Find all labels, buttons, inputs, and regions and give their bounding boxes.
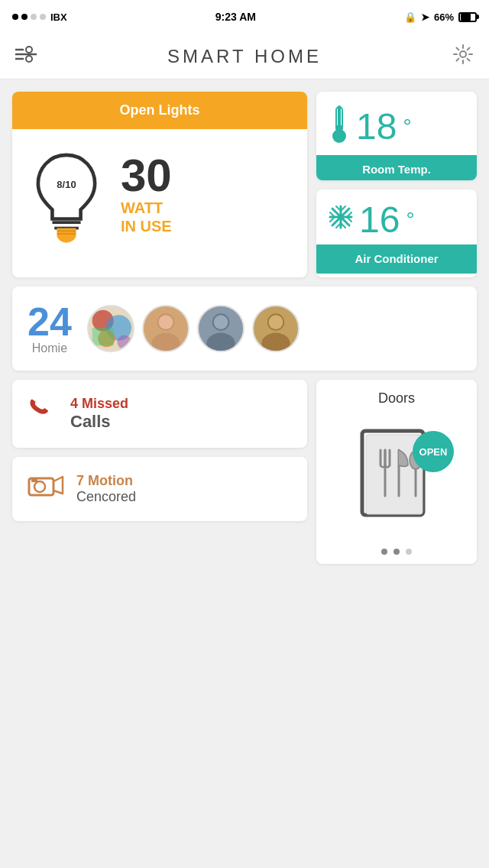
signal-dot-2 [21,14,28,20]
svg-point-44 [268,315,283,329]
signal-dots [12,14,46,20]
left-col: 4 Missed Calls [12,380,307,564]
carrier-label: IBX [50,11,67,23]
right-col: 18 ° Room Temp. [316,92,477,277]
svg-point-18 [338,214,344,220]
ac-footer: Air Conditioner [316,245,477,274]
battery-icon [458,12,477,22]
homie-avatars [87,305,300,352]
avatar-2 [142,305,189,352]
status-time: 9:23 AM [215,11,256,23]
snowflake-icon [329,205,353,235]
homie-count-block: 24 Homie [28,302,72,355]
watt-label: WATTIN USE [121,199,172,235]
status-bar: IBX 9:23 AM 🔒 ➤ 66% [0,0,489,34]
avatar-4 [252,305,300,352]
svg-point-3 [26,47,32,53]
doors-visual: OPEN [316,417,477,539]
menu-icon[interactable] [15,46,37,67]
status-left: IBX [12,11,67,23]
ac-value: 16 [359,202,400,238]
signal-dot-3 [31,14,37,20]
signal-dot-1 [12,14,18,20]
svg-rect-47 [31,478,37,482]
phone-icon [28,395,58,432]
motion-number: 7 Motion [76,473,136,489]
motion-label: Cencored [76,489,136,505]
lights-header: Open Lights [12,92,307,129]
door-svg-container: OPEN [347,423,446,533]
temp-card[interactable]: 18 ° Room Temp. [316,92,477,180]
status-right: 🔒 ➤ 66% [404,11,477,23]
temp-footer: Room Temp. [316,155,477,180]
temp-value: 18 [356,108,397,145]
camera-icon [28,472,64,506]
app-title: SMART HOME [167,46,322,67]
doors-card[interactable]: Doors [316,380,477,564]
svg-point-40 [213,315,228,329]
watt-info: 30 WATTIN USE [121,153,172,235]
temp-degree-symbol: ° [403,115,411,139]
lock-icon: 🔒 [404,11,416,23]
signal-dot-4 [40,14,46,20]
motion-text: 7 Motion Cencored [76,473,136,505]
svg-rect-13 [337,125,342,133]
ac-label: Air Conditioner [355,252,438,265]
dot-3 [406,549,412,555]
homie-label: Homie [28,342,72,355]
svg-rect-32 [92,328,114,345]
svg-point-31 [117,335,131,349]
dot-2 [393,549,400,555]
app-header: SMART HOME [0,34,489,79]
calls-label: Calls [70,412,128,432]
ac-card[interactable]: 16 ° Air Conditioner [316,189,477,278]
calls-text: 4 Missed Calls [70,396,128,432]
calls-card[interactable]: 4 Missed Calls [12,380,307,448]
row-1: Open Lights 8/1 [12,92,477,277]
ac-top: 16 ° [316,189,477,245]
avatar-1 [87,305,134,352]
doors-title: Doors [378,390,415,406]
bulb-container: 8/10 [24,144,108,244]
svg-point-4 [26,56,32,62]
doors-header: Doors [316,380,477,417]
temp-top: 18 ° [316,92,477,155]
avatar-3 [197,305,244,352]
lights-card[interactable]: Open Lights 8/1 [12,92,307,277]
settings-icon[interactable] [452,44,474,70]
room-temp-label: Room Temp. [362,163,431,176]
dots-indicator [316,539,477,564]
svg-point-46 [34,481,45,492]
open-badge: OPEN [413,431,454,472]
watt-number: 30 [121,153,172,199]
bulb-ratio: 8/10 [57,179,76,190]
homie-number: 24 [28,302,72,342]
svg-point-36 [158,315,173,329]
row-3: 4 Missed Calls [12,380,477,564]
calls-number: 4 Missed [70,396,128,412]
motion-card[interactable]: 7 Motion Cencored [12,457,307,521]
main-content: Open Lights 8/1 [0,79,489,576]
battery-percent: 66% [434,11,454,23]
lights-body: 8/10 30 WATTIN USE [12,129,307,259]
bulb-svg [24,144,108,244]
location-icon: ➤ [421,11,429,23]
homie-card[interactable]: 24 Homie [12,287,477,371]
battery-fill [461,14,471,21]
thermometer-icon [329,104,350,149]
svg-point-5 [460,51,466,57]
lights-header-text: Open Lights [120,102,200,118]
dot-1 [381,549,387,555]
ac-degree-symbol: ° [406,208,414,232]
